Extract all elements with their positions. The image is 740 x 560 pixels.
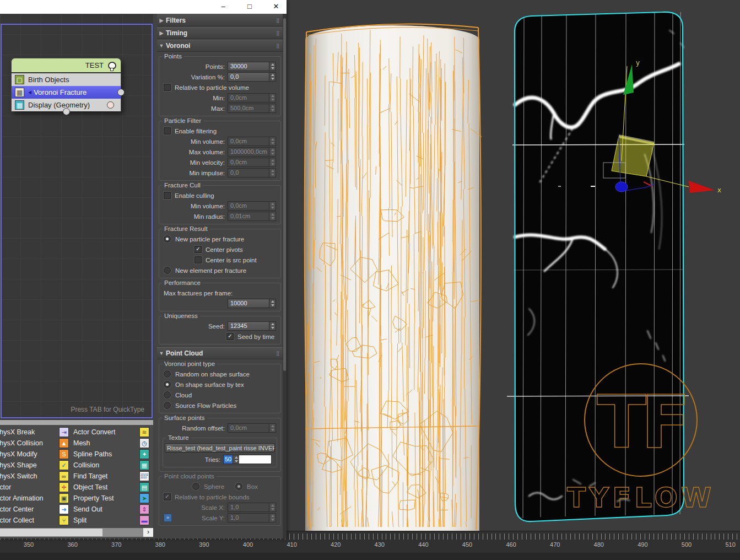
node-output-port[interactable] bbox=[63, 108, 70, 115]
depot-item[interactable]: ▦ bbox=[139, 460, 153, 471]
depot-hscrollbar[interactable]: › bbox=[0, 528, 153, 537]
gizmo-plane-handle[interactable] bbox=[612, 136, 654, 176]
radio[interactable] bbox=[164, 391, 171, 399]
spinner-arrows[interactable] bbox=[269, 104, 276, 112]
scrollbar-thumb[interactable] bbox=[283, 18, 286, 371]
panel-vscrollbar[interactable] bbox=[283, 14, 287, 539]
display-port[interactable] bbox=[107, 101, 114, 109]
scroll-right-arrow[interactable]: › bbox=[143, 528, 153, 537]
spinner-arrows[interactable] bbox=[233, 455, 239, 464]
depot-item[interactable]: Actor Animation bbox=[0, 493, 44, 504]
spinner-field[interactable]: 0,01cm bbox=[228, 212, 276, 221]
node-editor-hscrollbar[interactable] bbox=[0, 420, 153, 425]
drag-grip-icon[interactable]: ⣿ bbox=[276, 31, 280, 36]
depot-item[interactable]: 101011010 bbox=[139, 471, 153, 482]
spinner-arrows[interactable] bbox=[269, 73, 276, 81]
depot-item[interactable]: PhysX Shape bbox=[0, 460, 44, 471]
depot-item[interactable]: ✛Object Test bbox=[59, 482, 115, 493]
rollout-voronoi[interactable]: ▼Voronoi⣿ bbox=[157, 40, 283, 52]
rollout-point-cloud[interactable]: ▼Point Cloud⣿ bbox=[157, 347, 283, 359]
spinner-field[interactable]: 10000 bbox=[228, 299, 276, 308]
rollout-timing[interactable]: ▶Timing⣿ bbox=[157, 27, 283, 39]
spinner-arrows[interactable] bbox=[269, 424, 276, 432]
checkbox-checked[interactable]: ✓ bbox=[164, 493, 171, 500]
maximize-button[interactable]: □ bbox=[240, 0, 259, 14]
depot-item[interactable]: PhysX Collision bbox=[0, 438, 44, 449]
depot-item[interactable]: PhysX Modify bbox=[0, 449, 44, 460]
operator-birth-objects[interactable]: ▢ Birth Objects bbox=[11, 73, 121, 86]
depot-item[interactable]: ▤ bbox=[139, 482, 153, 493]
depot-item[interactable]: Actor Center bbox=[0, 504, 44, 515]
spinner-field[interactable]: 0,0cm bbox=[228, 137, 276, 146]
spinner-field[interactable]: 1,0 bbox=[228, 503, 276, 512]
node-header[interactable]: TEST bbox=[11, 58, 121, 73]
spinner-arrows[interactable] bbox=[269, 299, 276, 308]
checkbox-checked[interactable]: ✓ bbox=[226, 333, 234, 340]
depot-item[interactable]: ✓Collision bbox=[59, 460, 115, 471]
rollout-filters[interactable]: ▶Filters⣿ bbox=[157, 14, 283, 26]
depot-item[interactable]: ⇕ bbox=[139, 504, 153, 515]
spinner-arrows[interactable] bbox=[269, 503, 276, 511]
spinner-field[interactable]: 500,0cm bbox=[228, 104, 276, 113]
depot-item[interactable]: SSpline Paths bbox=[59, 449, 115, 460]
event-node-editor[interactable]: TEST ▢ Birth Objects ▦ ◀ Voronoi Fractur… bbox=[0, 14, 153, 420]
minimize-button[interactable]: – bbox=[214, 0, 233, 14]
spinner-field[interactable]: 0,0cm bbox=[228, 93, 276, 103]
tries-input[interactable]: 50 bbox=[223, 455, 272, 464]
operator-voronoi-fracture[interactable]: ▦ ◀ Voronoi Fracture bbox=[11, 86, 121, 99]
spinner-arrows[interactable] bbox=[269, 169, 276, 177]
track-view-button[interactable]: » bbox=[164, 514, 172, 522]
radio[interactable] bbox=[164, 402, 171, 409]
depot-item[interactable]: ▬ bbox=[139, 515, 153, 526]
spinner-arrows[interactable] bbox=[269, 94, 276, 102]
depot-item[interactable]: ⇥Actor Convert bbox=[59, 427, 115, 438]
depot-item[interactable]: ✦ bbox=[139, 449, 153, 460]
spinner-arrows[interactable] bbox=[269, 212, 276, 220]
drag-grip-icon[interactable]: ⣿ bbox=[276, 351, 280, 356]
viewport-area[interactable]: TF TYFLOW y x bbox=[287, 0, 740, 531]
depot-item[interactable]: ◷ bbox=[139, 438, 153, 449]
checkbox[interactable] bbox=[164, 84, 171, 91]
output-port[interactable] bbox=[117, 89, 125, 96]
spinner-arrows[interactable] bbox=[269, 137, 276, 146]
depot-item[interactable]: ▣Property Test bbox=[59, 493, 115, 504]
depot-item[interactable]: Actor Collect bbox=[0, 515, 44, 526]
depot-item[interactable]: Actor bbox=[0, 482, 44, 493]
drag-grip-icon[interactable]: ⣿ bbox=[276, 44, 280, 49]
viewport-cylinder-shaded[interactable] bbox=[299, 14, 486, 531]
depot-item[interactable]: ⑂Split bbox=[59, 515, 115, 526]
radio[interactable] bbox=[164, 370, 171, 378]
depot-item[interactable]: PhysX Switch bbox=[0, 471, 44, 482]
checkbox[interactable] bbox=[195, 256, 202, 263]
texture-map-button[interactable]: Risse_test (head_test_paint risse INVERT… bbox=[165, 443, 275, 453]
viewport-cylinder-textured[interactable]: TF TYFLOW y x bbox=[507, 0, 740, 531]
radio-selected[interactable] bbox=[164, 235, 171, 243]
spinner-field[interactable]: 0,0cm bbox=[228, 423, 276, 433]
spinner-field[interactable]: 0,0cm bbox=[228, 201, 276, 211]
spinner-field[interactable]: 0,0cm bbox=[228, 158, 276, 167]
checkbox-checked[interactable]: ✓ bbox=[195, 246, 202, 253]
drag-grip-icon[interactable]: ⣿ bbox=[276, 18, 280, 23]
spinner-field[interactable]: 0,0 bbox=[228, 168, 276, 177]
spinner-arrows[interactable] bbox=[269, 514, 276, 522]
radio[interactable] bbox=[164, 267, 171, 274]
radio-selected[interactable] bbox=[235, 483, 242, 490]
spinner-field[interactable]: 1000000,0cm bbox=[228, 147, 276, 157]
scrollbar-thumb[interactable] bbox=[0, 529, 102, 536]
event-node-test[interactable]: TEST ▢ Birth Objects ▦ ◀ Voronoi Fractur… bbox=[11, 58, 121, 111]
enable-bulb-icon[interactable] bbox=[108, 62, 116, 69]
spinner-arrows[interactable] bbox=[269, 202, 276, 210]
spinner-field[interactable]: 12345 bbox=[228, 321, 276, 331]
spinner-arrows[interactable] bbox=[269, 62, 276, 71]
spinner-arrows[interactable] bbox=[269, 148, 276, 156]
checkbox[interactable] bbox=[164, 127, 171, 134]
depot-item[interactable]: ≋ bbox=[139, 427, 153, 438]
gizmo-x-axis-arrow[interactable] bbox=[689, 181, 715, 193]
spinner-field[interactable]: 30000 bbox=[228, 62, 276, 71]
radio-selected[interactable] bbox=[164, 381, 171, 388]
checkbox[interactable] bbox=[164, 192, 171, 199]
depot-item[interactable]: PhysX Break bbox=[0, 427, 44, 438]
spinner-arrows[interactable] bbox=[269, 158, 276, 166]
radio[interactable] bbox=[192, 483, 199, 490]
depot-item[interactable]: ∞Find Target bbox=[59, 471, 115, 482]
